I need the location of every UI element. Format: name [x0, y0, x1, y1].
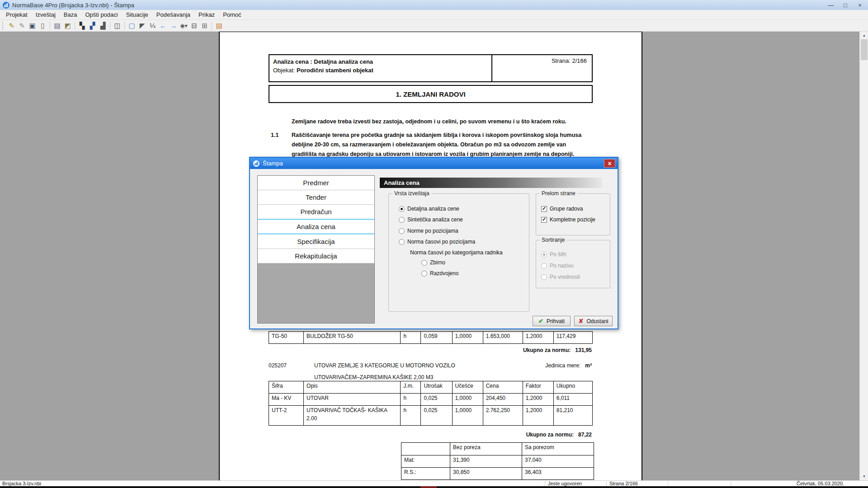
radio-icon — [399, 228, 405, 234]
dialog-title: Štampa — [263, 160, 283, 167]
radio-norma-casovi-po-pozicijama[interactable]: Norma časovi po pozicijama — [399, 238, 475, 245]
cancel-button[interactable]: ✘ Odustani — [574, 316, 613, 326]
checkbox-icon — [541, 206, 547, 212]
table-cell: 204,450 — [483, 394, 523, 406]
vertical-scrollbar[interactable]: ▲ ▼ — [859, 32, 868, 480]
radio-razdvojeno[interactable]: Razdvojeno — [421, 270, 458, 277]
structure-blue-icon[interactable]: ▞ — [87, 21, 98, 31]
checkbox-kompletne-pozicije[interactable]: Kompletne pozicije — [541, 216, 595, 223]
table-cell: 0,059 — [421, 332, 452, 344]
radio-norme-po-pozicijama[interactable]: Norme po pozicijama — [399, 227, 458, 235]
tab-predracun[interactable]: Predračun — [258, 205, 374, 219]
pointer-icon[interactable]: ◤ — [137, 21, 147, 31]
tab-specifikacija[interactable]: Specifikacija — [258, 235, 374, 249]
back-arrow-icon[interactable]: ← — [158, 21, 168, 31]
checkbox-grupe-radova[interactable]: Grupe radova — [541, 205, 583, 212]
table-header-row: Šifra Opis J.m. Utrošak Učešće Cena Fakt… — [269, 381, 593, 394]
status-contract: Jeste ugovoren — [548, 481, 582, 486]
status-date: Četvrtak, 05.03.2020. — [797, 481, 844, 486]
radio-po-nazivu: Po nazivu — [541, 262, 574, 269]
radio-zbirno[interactable]: Zbirno — [421, 259, 445, 266]
toolbar-separator — [110, 22, 110, 30]
zoom-dropdown-icon[interactable]: ◉▾ — [179, 21, 189, 31]
label-norma-casovi-kategorije: Norma časovi po kategorijama radnika — [410, 249, 503, 256]
scale-icon[interactable]: ¼ — [147, 21, 158, 31]
table-cell: 1,0000 — [452, 332, 483, 344]
tab-predmer[interactable]: Predmer — [258, 176, 374, 190]
table-cell — [401, 443, 450, 455]
edit-gray-icon[interactable]: ✎ — [17, 21, 27, 31]
tab-analiza-cena[interactable]: Analiza cena — [258, 219, 374, 235]
scroll-up-icon[interactable]: ▲ — [860, 32, 868, 39]
structure-icon[interactable]: ▚ — [77, 21, 87, 31]
paste-icon[interactable]: ▯ — [38, 21, 48, 31]
status-file-name: Brsjacka 3-Izv.nbi — [2, 481, 41, 486]
print-icon[interactable]: ⊟ — [189, 21, 199, 31]
notes-icon[interactable]: ▤ — [52, 21, 62, 31]
toolbar-drag-handle[interactable] — [2, 22, 4, 30]
scroll-down-icon[interactable]: ▼ — [860, 473, 868, 480]
save-icon[interactable]: ▣ — [27, 21, 38, 31]
radio-icon — [399, 239, 405, 245]
accept-button[interactable]: ✔ Prihvati — [533, 316, 571, 326]
tab-tender[interactable]: Tender — [258, 190, 374, 205]
check-icon: ✔ — [538, 318, 543, 324]
preview-icon[interactable]: ⊞ — [199, 21, 210, 31]
machine-icon[interactable]: ▟ — [98, 21, 108, 31]
maximize-button[interactable]: □ — [838, 0, 853, 10]
table-cell: UTT-2 — [269, 406, 304, 426]
table-cell: 1,2000 — [523, 332, 553, 344]
minimize-button[interactable]: — — [824, 0, 838, 10]
group-page-break: Prelom strane — [536, 193, 610, 235]
table-cell: 37,040 — [522, 455, 594, 468]
item-line: Raščišćavanje terena pre početka gradnje… — [292, 131, 581, 140]
toolbar-separator — [124, 22, 125, 30]
radio-icon — [541, 252, 547, 258]
menu-opsti-podaci[interactable]: Opšti podaci — [81, 10, 122, 20]
table-cell: 81,210 — [553, 406, 592, 426]
table-row: Mat: 31,390 37,040 — [401, 455, 594, 468]
menu-baza[interactable]: Baza — [60, 10, 81, 20]
radio-detaljna-analiza[interactable]: Detaljna analiza cene — [399, 205, 459, 212]
menu-izvestaj[interactable]: Izveštaj — [32, 10, 60, 20]
radio-icon — [399, 206, 405, 212]
menu-pomoc[interactable]: Pomoć — [219, 10, 245, 20]
dialog-title-bar[interactable]: Štampa — [250, 158, 618, 169]
layout-icon[interactable]: ◫ — [112, 21, 123, 31]
close-button[interactable]: × — [853, 0, 867, 10]
dialog-close-button[interactable]: × — [604, 159, 615, 168]
app-logo-icon — [3, 2, 9, 9]
radio-sinteticka-analiza[interactable]: Sintetička analiza cene — [399, 216, 463, 223]
table-row: UTT-2 UTOVARIVAČ TOČKAŠ- KAŠIKA 2.00 h 0… — [269, 406, 593, 426]
scrollbar-thumb[interactable] — [861, 39, 868, 60]
object-value: Porodični stambeni objekat — [297, 67, 373, 74]
menu-prikaz[interactable]: Prikaz — [194, 10, 219, 20]
table-header: Učešće — [452, 381, 483, 394]
new-page-icon[interactable]: ▢ — [127, 21, 137, 31]
edit-yellow-icon[interactable]: ✎ — [6, 21, 17, 31]
menu-situacije[interactable]: Situacije — [122, 10, 152, 20]
report-icon[interactable]: ▤ — [214, 21, 224, 31]
stamp-icon[interactable]: ◩ — [62, 21, 73, 31]
norm-desc-line2: UTOVARIVAČEM–ZAPREMINA KAŠIKE 2,00 M3 — [314, 374, 433, 380]
table-cell: Ma - KV — [269, 394, 304, 406]
forward-arrow-icon[interactable]: → — [168, 21, 179, 31]
title-bar[interactable]: NormaBase 4Pro (Brsjacka 3-Izv.nbi) - Št… — [0, 0, 868, 10]
radio-icon — [541, 274, 547, 280]
checkbox-icon — [541, 217, 547, 223]
tab-rekapitulacija[interactable]: Rekapitulacija — [258, 249, 374, 263]
x-icon: ✘ — [579, 318, 584, 324]
table-cell: 0,025 — [421, 406, 452, 426]
menu-podesavanja[interactable]: Podešavanja — [152, 10, 194, 20]
radio-icon — [399, 217, 405, 223]
table-header: Faktor — [523, 381, 553, 394]
menu-projekat[interactable]: Projekat — [2, 10, 32, 20]
status-page: Strana 2/166 — [609, 481, 638, 486]
total-norm-2: Ukupno za normu: 87,22 — [269, 432, 592, 438]
item-number: 1.1 — [271, 131, 278, 140]
total-norm-1: Ukupno za normu: 131,95 — [269, 347, 592, 353]
menu-bar: Projekat Izveštaj Baza Opšti podaci Situ… — [0, 10, 868, 20]
table-cell: h — [401, 394, 421, 406]
report-header-box: Analiza cena : Detaljna analiza cena Obj… — [269, 54, 593, 82]
table-cell: UTOVAR — [304, 394, 401, 406]
